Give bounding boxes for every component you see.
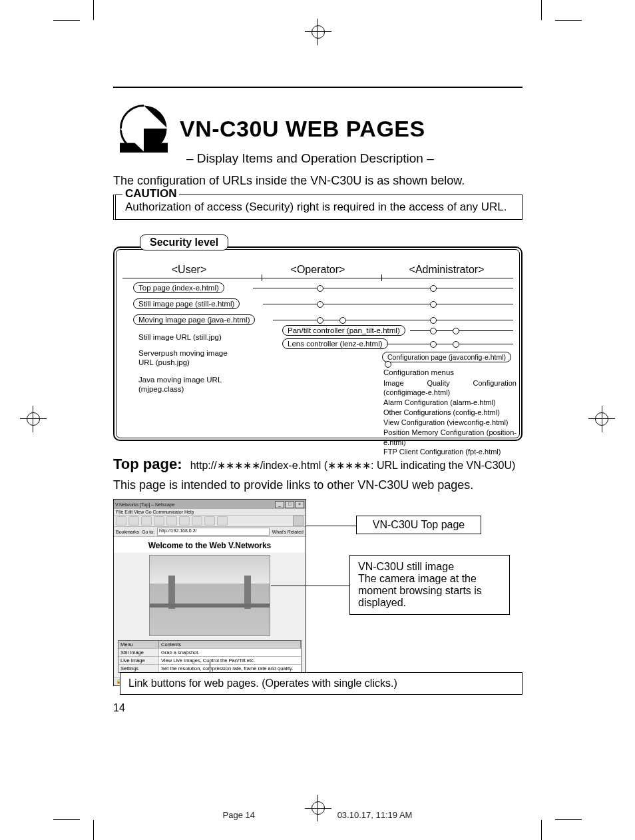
page-number: 14 bbox=[113, 702, 125, 714]
item-config-page: Configuration page (javaconfig-e.html) bbox=[382, 352, 511, 362]
item-top-page: Top page (index-e.html) bbox=[133, 282, 224, 293]
column-admin: <Administrator> bbox=[380, 264, 513, 276]
camera-still-image bbox=[149, 555, 270, 636]
security-icon[interactable] bbox=[204, 516, 215, 526]
caution-box: CAUTION Authorization of access (Securit… bbox=[113, 195, 523, 220]
config-pos-mem: Position Memory Configuration (position-… bbox=[383, 428, 517, 448]
browser-titlebar: V.Networks [Top] – Netscape _ □ × bbox=[114, 500, 306, 509]
crop-mark bbox=[555, 20, 582, 21]
item-serverpush-url: Serverpush moving image URL (push.jpg) bbox=[137, 348, 243, 368]
close-icon[interactable]: × bbox=[295, 501, 304, 508]
top-page-heading: Top page: bbox=[113, 456, 182, 472]
forward-icon[interactable] bbox=[128, 516, 139, 526]
top-page-desc: This page is intended to provide links t… bbox=[113, 478, 523, 492]
caution-text: Authorization of access (Security) right… bbox=[125, 201, 507, 213]
print-footer: Page 14 03.10.17, 11:19 AM bbox=[0, 810, 635, 820]
whats-related[interactable]: What's Related bbox=[272, 530, 304, 534]
link-live-image[interactable]: Live Image bbox=[118, 657, 159, 664]
callout-top-page: VN-C30U Top page bbox=[356, 516, 481, 534]
page-subtitle: – Display Items and Operation Descriptio… bbox=[186, 151, 523, 166]
welcome-heading: Welcome to the Web V.Networks bbox=[114, 537, 306, 553]
title-row: VN-C30U WEB PAGES bbox=[120, 105, 523, 153]
search-icon[interactable] bbox=[166, 516, 177, 526]
crop-mark bbox=[541, 0, 542, 20]
registration-mark bbox=[595, 412, 608, 426]
stop-icon[interactable] bbox=[217, 516, 228, 526]
crop-mark bbox=[93, 0, 94, 20]
netscape-logo-icon bbox=[293, 516, 304, 526]
guide-icon[interactable] bbox=[179, 516, 190, 526]
item-lens: Lens controller (lenz-e.html) bbox=[282, 338, 388, 349]
security-level-diagram: Security level <User> <Operator> <Admini… bbox=[113, 234, 523, 441]
footer-page: Page 14 bbox=[223, 810, 255, 820]
config-alarm: Alarm Configuration (alarm-e.html) bbox=[383, 398, 517, 408]
crop-mark bbox=[93, 820, 94, 840]
column-user: <User> bbox=[122, 264, 256, 276]
crop-mark bbox=[53, 20, 80, 21]
crop-mark bbox=[541, 820, 542, 840]
table-row: Still Image Grab a snapshot. bbox=[118, 648, 301, 656]
config-ftp: FTP Client Configuration (fpt-e.html) bbox=[383, 447, 517, 457]
config-img-quality: Image Quality Configuration (configimage… bbox=[383, 378, 517, 398]
link-live-desc: View Live Images, Control the Pan/Tilt e… bbox=[159, 657, 301, 664]
col-contents: Contents bbox=[159, 641, 301, 648]
caution-label: CAUTION bbox=[122, 187, 179, 201]
bookmarks-label[interactable]: Bookmarks bbox=[116, 530, 139, 534]
footer-timestamp: 03.10.17, 11:19 AM bbox=[337, 810, 413, 820]
item-still-url: Still image URL (still.jpg) bbox=[137, 332, 223, 342]
config-menus-title: Configuration menus bbox=[383, 368, 517, 378]
browser-menubar[interactable]: File Edit View Go Communicator Help bbox=[114, 509, 306, 516]
reload-icon[interactable] bbox=[141, 516, 152, 526]
link-settings-desc: Set the resolution, compression rate, fr… bbox=[159, 665, 301, 672]
item-java-url: Java moving image URL (mjpeg.class) bbox=[137, 374, 243, 395]
address-input[interactable]: http://192.168.0.2/ bbox=[157, 528, 270, 536]
minimize-icon[interactable]: _ bbox=[275, 501, 284, 508]
item-moving-page: Moving image page (java-e.html) bbox=[133, 314, 255, 325]
config-view: View Configuration (viewconfig-e.html) bbox=[383, 418, 517, 428]
config-other: Other Configurations (config-e.html) bbox=[383, 408, 517, 418]
item-still-page: Still image page (still-e.html) bbox=[133, 298, 240, 309]
item-pantilt: Pan/tilt controller (pan_tilt-e.html) bbox=[282, 325, 405, 336]
registration-mark bbox=[312, 25, 325, 39]
column-operator: <Operator> bbox=[256, 264, 380, 276]
logo-icon bbox=[120, 105, 168, 153]
page-title: VN-C30U WEB PAGES bbox=[180, 116, 425, 142]
callout-still-line2: The camera image at the moment browsing … bbox=[358, 573, 501, 609]
callout-still-line1: VN-C30U still image bbox=[358, 561, 501, 573]
back-icon[interactable] bbox=[116, 516, 126, 526]
intro-text: The configuration of URLs inside the VN-… bbox=[113, 174, 523, 188]
link-still-image[interactable]: Still Image bbox=[118, 649, 159, 656]
top-page-url: http://∗∗∗∗∗/index-e.html (∗∗∗∗∗: URL in… bbox=[190, 460, 516, 471]
browser-window: V.Networks [Top] – Netscape _ □ × File E… bbox=[113, 499, 306, 686]
callout-link-buttons: Link buttons for web pages. (Operates wi… bbox=[120, 672, 523, 695]
maximize-icon[interactable]: □ bbox=[285, 501, 294, 508]
col-menu: Menu bbox=[118, 641, 159, 648]
config-menus: Configuration menus Image Quality Config… bbox=[383, 368, 517, 457]
home-icon[interactable] bbox=[154, 516, 164, 526]
browser-title: V.Networks [Top] – Netscape bbox=[115, 502, 175, 507]
print-icon[interactable] bbox=[192, 516, 202, 526]
link-still-desc: Grab a snapshot. bbox=[159, 649, 301, 656]
goto-label: Go to: bbox=[142, 530, 154, 534]
browser-toolbar bbox=[114, 516, 306, 527]
callout-still-image: VN-C30U still image The camera image at … bbox=[349, 555, 510, 615]
registration-mark bbox=[27, 412, 40, 426]
link-settings[interactable]: Settings bbox=[118, 665, 159, 672]
security-level-title: Security level bbox=[140, 234, 228, 250]
